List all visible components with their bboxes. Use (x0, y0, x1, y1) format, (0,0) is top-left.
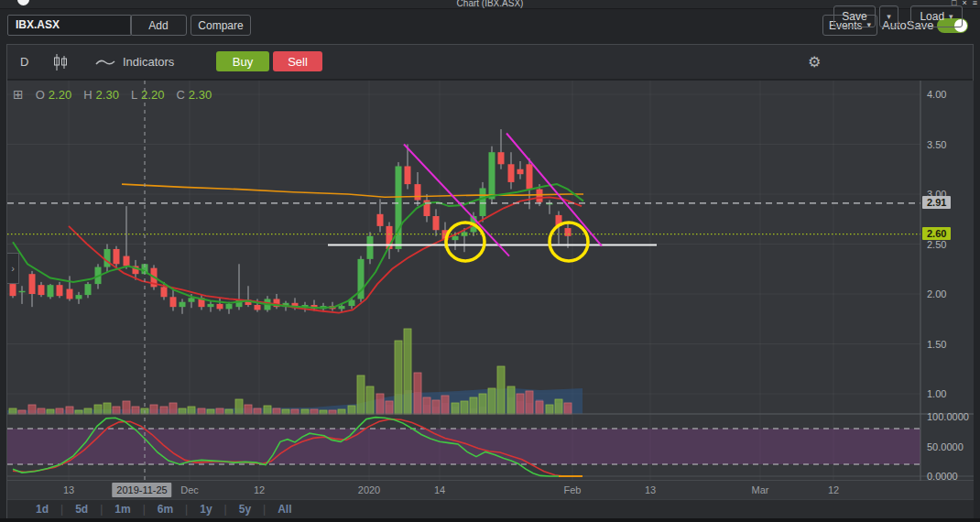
open-value: 2.20 (49, 88, 71, 102)
range-button-1d[interactable]: 1d (24, 503, 60, 516)
open-label: O (36, 88, 45, 102)
price-tick-label: 4.00 (927, 89, 946, 100)
high-value: 2.30 (96, 88, 119, 102)
expand-legend-icon[interactable]: ⊞ (13, 87, 24, 102)
chevron-right-icon: › (11, 263, 15, 274)
high-label: H (83, 88, 92, 102)
osc-tick-label: 0.0000 (927, 471, 958, 482)
chart-canvas[interactable] (0, 0, 980, 522)
low-value: 2.20 (141, 88, 164, 102)
trading-app-window: Chart (IBX.ASX) □ × ≡ IBX.ASX Add Compar… (0, 0, 980, 522)
time-axis-label: Feb (564, 484, 582, 495)
time-axis-selected-date: 2019-11-25 (112, 483, 171, 497)
price-level-badge[interactable]: 2.91 (922, 196, 951, 209)
range-button-all[interactable]: All (266, 503, 303, 516)
price-level-badge[interactable]: 2.60 (922, 227, 951, 240)
collapse-panel-button[interactable]: › (7, 253, 19, 284)
ohlc-legend: ⊞ O2.20 H2.30 L2.20 C2.30 (13, 87, 212, 102)
range-button-6m[interactable]: 6m (146, 503, 185, 516)
close-label: C (176, 88, 184, 102)
range-selector-row: 1d|5d|1m|6m|1y|5y|All (7, 499, 974, 518)
osc-tick-label: 100.0000 (927, 411, 969, 422)
time-axis-label: 2020 (358, 484, 380, 495)
osc-tick-label: 50.0000 (927, 441, 964, 452)
range-button-1y[interactable]: 1y (188, 503, 223, 516)
range-button-1m[interactable]: 1m (103, 503, 142, 516)
low-label: L (131, 88, 137, 102)
time-axis[interactable]: 132019-11-25Dec12202014Feb13Mar12 (7, 481, 974, 499)
time-axis-label: Dec (180, 484, 199, 495)
price-axis[interactable]: 4.003.503.002.502.001.501.00100.000050.0… (920, 81, 974, 481)
range-button-5y[interactable]: 5y (227, 503, 263, 516)
time-axis-label: 14 (434, 484, 445, 495)
time-axis-label: 13 (63, 484, 74, 495)
range-button-5d[interactable]: 5d (63, 503, 100, 516)
time-axis-label: 13 (645, 484, 656, 495)
price-tick-label: 2.50 (927, 239, 946, 250)
time-axis-label: Mar (752, 484, 769, 495)
price-tick-label: 1.50 (927, 339, 946, 350)
time-axis-label: 12 (828, 484, 839, 495)
time-axis-label: 12 (254, 484, 265, 495)
price-tick-label: 3.50 (927, 139, 946, 150)
price-tick-label: 2.00 (927, 288, 946, 299)
close-value: 2.30 (189, 88, 212, 102)
price-tick-label: 1.00 (927, 388, 946, 399)
